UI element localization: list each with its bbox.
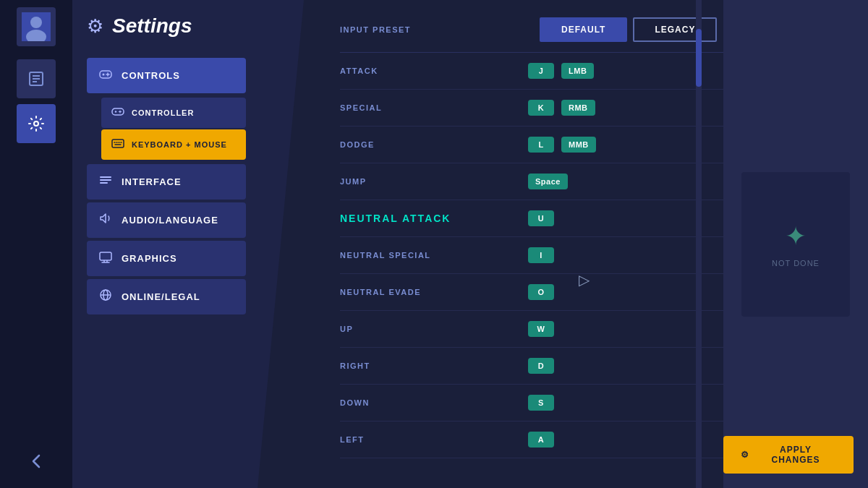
key-badges-attack: JLMB: [528, 63, 594, 79]
key-badge[interactable]: J: [528, 63, 554, 79]
sidebar-book-button[interactable]: [17, 59, 56, 98]
avatar[interactable]: [17, 7, 56, 46]
scrollbar-track[interactable]: [696, 0, 702, 488]
preset-legacy-button[interactable]: LEGACY: [633, 17, 717, 42]
binding-name-left: LEFT: [340, 435, 528, 444]
key-badge[interactable]: O: [528, 284, 554, 300]
graphics-label: GRAPHICS: [122, 253, 177, 264]
binding-name-neutral_special: NEUTRAL SPECIAL: [340, 251, 528, 260]
right-content: INPUT PRESET DEFAULT LEGACY ATTACKJLMBSP…: [304, 0, 868, 488]
key-badge[interactable]: Space: [528, 174, 568, 189]
main-area: ⚙ Settings CONTROLS: [72, 0, 868, 488]
key-badge[interactable]: LMB: [561, 63, 594, 79]
key-badges-neutral_attack: U: [528, 210, 554, 226]
binding-name-special: SPECIAL: [340, 103, 528, 112]
online-icon: [98, 288, 113, 306]
controller-icon: [111, 105, 124, 121]
key-badge[interactable]: MMB: [561, 137, 596, 153]
binding-name-down: DOWN: [340, 398, 528, 407]
graphics-icon: [98, 249, 113, 267]
back-button[interactable]: [17, 442, 56, 481]
key-badges-left: A: [528, 432, 554, 448]
input-preset-row: INPUT PRESET DEFAULT LEGACY: [340, 7, 723, 53]
svg-rect-12: [112, 108, 124, 115]
sidebar-item-graphics[interactable]: GRAPHICS: [87, 241, 246, 276]
binding-row-left[interactable]: LEFTA: [340, 421, 723, 458]
preview-cursor-icon: ✦: [785, 221, 807, 252]
svg-rect-16: [112, 140, 124, 147]
scrollbar-thumb[interactable]: [696, 29, 702, 87]
preset-default-button[interactable]: DEFAULT: [540, 17, 627, 42]
sidebar-item-audio[interactable]: AUDIO/LANGUAGE: [87, 202, 246, 238]
sidebar-item-interface[interactable]: INTERFACE: [87, 164, 246, 200]
sidebar: [0, 0, 72, 488]
key-badges-neutral_evade: O: [528, 284, 554, 300]
binding-row-up[interactable]: UPW: [340, 311, 723, 348]
keybindings-panel[interactable]: INPUT PRESET DEFAULT LEGACY ATTACKJLMBSP…: [304, 0, 723, 488]
key-badges-jump: Space: [528, 174, 568, 189]
binding-name-right: RIGHT: [340, 361, 528, 370]
page-title-container: ⚙ Settings: [87, 14, 304, 38]
preview-box: ✦ NOT DONE: [741, 172, 850, 317]
controls-label: CONTROLS: [122, 70, 180, 81]
left-panel: ⚙ Settings CONTROLS: [72, 0, 304, 488]
key-badge[interactable]: A: [528, 432, 554, 448]
svg-point-7: [34, 121, 38, 126]
key-badge[interactable]: RMB: [561, 100, 595, 116]
binding-name-neutral_evade: NEUTRAL EVADE: [340, 288, 528, 296]
apply-label: APPLY CHANGES: [755, 445, 836, 465]
binding-row-neutral_special[interactable]: NEUTRAL SPECIALI: [340, 237, 723, 274]
bindings-container: ATTACKJLMBSPECIALKRMBDODGELMMBJUMPSpaceN…: [340, 53, 723, 458]
binding-name-up: UP: [340, 325, 528, 333]
binding-row-right[interactable]: RIGHTD: [340, 348, 723, 385]
keyboard-label: KEYBOARD + MOUSE: [132, 140, 227, 149]
preview-panel: ✦ NOT DONE ⚙ APPLY CHANGES: [723, 0, 868, 488]
nav-items: CONTROLS CONTROLLER: [87, 58, 304, 314]
apply-button[interactable]: ⚙ APPLY CHANGES: [723, 436, 854, 474]
online-label: ONLINE/LEGAL: [122, 291, 200, 302]
keyboard-icon: [111, 137, 124, 153]
audio-label: AUDIO/LANGUAGE: [122, 215, 218, 226]
binding-name-neutral_attack: NEUTRAL ATTACK: [340, 213, 528, 224]
binding-row-neutral_attack[interactable]: NEUTRAL ATTACKU: [340, 200, 723, 237]
preset-buttons: DEFAULT LEGACY: [540, 17, 717, 42]
svg-point-9: [103, 74, 105, 76]
key-badges-special: KRMB: [528, 100, 595, 116]
sidebar-item-controller[interactable]: CONTROLLER: [101, 98, 246, 128]
binding-row-down[interactable]: DOWNS: [340, 385, 723, 421]
key-badge[interactable]: K: [528, 100, 554, 116]
binding-row-attack[interactable]: ATTACKJLMB: [340, 53, 723, 90]
sidebar-item-online[interactable]: ONLINE/LEGAL: [87, 279, 246, 314]
sub-nav: CONTROLLER KEYBOARD + MOUSE: [101, 98, 304, 160]
svg-point-13: [115, 111, 116, 112]
controller-label: CONTROLLER: [132, 108, 194, 117]
binding-name-jump: JUMP: [340, 177, 528, 186]
key-badges-down: S: [528, 395, 554, 411]
binding-row-special[interactable]: SPECIALKRMB: [340, 90, 723, 127]
preset-label: INPUT PRESET: [340, 25, 528, 34]
key-badge[interactable]: S: [528, 395, 554, 411]
binding-row-jump[interactable]: JUMPSpace: [340, 163, 723, 200]
key-badge[interactable]: L: [528, 137, 554, 153]
sidebar-settings-button[interactable]: [17, 104, 56, 143]
sidebar-item-keyboard[interactable]: KEYBOARD + MOUSE: [101, 129, 246, 160]
binding-name-attack: ATTACK: [340, 67, 528, 75]
binding-name-dodge: DODGE: [340, 140, 528, 149]
gear-icon: ⚙: [87, 15, 103, 38]
key-badge[interactable]: I: [528, 247, 554, 263]
binding-row-dodge[interactable]: DODGELMMB: [340, 127, 723, 163]
key-badges-neutral_special: I: [528, 247, 554, 263]
binding-row-neutral_evade[interactable]: NEUTRAL EVADEO: [340, 274, 723, 311]
key-badge[interactable]: D: [528, 358, 554, 374]
preview-label: NOT DONE: [772, 259, 820, 267]
controls-icon: [98, 67, 113, 85]
key-badges-up: W: [528, 321, 554, 337]
sidebar-item-controls[interactable]: CONTROLS: [87, 58, 246, 93]
key-badge[interactable]: U: [528, 210, 554, 226]
key-badges-dodge: LMMB: [528, 137, 596, 153]
interface-label: INTERFACE: [122, 176, 182, 187]
apply-icon: ⚙: [741, 450, 749, 460]
audio-icon: [98, 211, 113, 229]
key-badge[interactable]: W: [528, 321, 554, 337]
key-badges-right: D: [528, 358, 554, 374]
